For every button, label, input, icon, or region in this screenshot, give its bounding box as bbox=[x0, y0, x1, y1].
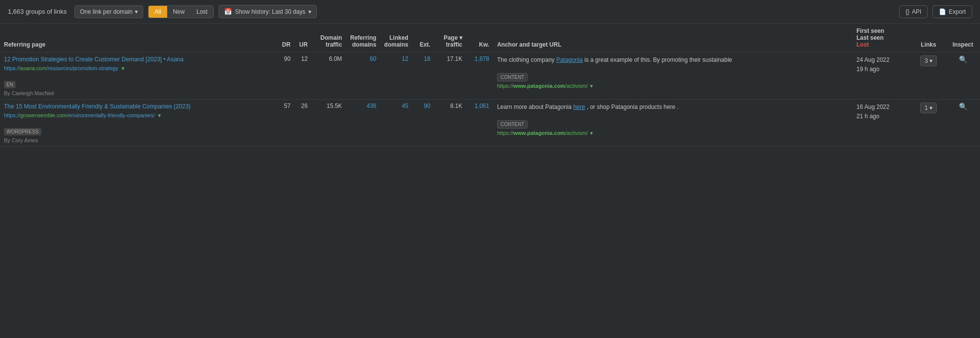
calendar-icon: 📅 bbox=[224, 8, 232, 15]
page-badge-0: EN bbox=[4, 81, 16, 88]
ext-0: 18 bbox=[412, 52, 434, 100]
toolbar: 1,663 groups of links One link per domai… bbox=[0, 0, 980, 24]
target-url-0: https://www.patagonia.com/activism/ ▼ bbox=[497, 83, 849, 89]
col-header-linked-domains: Linkeddomains bbox=[380, 24, 412, 52]
content-badge-1: CONTENT bbox=[497, 120, 528, 129]
col-header-lost: Lost bbox=[856, 41, 869, 48]
filter-lost-button[interactable]: Lost bbox=[191, 6, 214, 18]
page-traffic-0: 17.1K bbox=[434, 52, 466, 100]
referring-page-cell-1: The 15 Most Environmentally Friendly & S… bbox=[0, 100, 275, 147]
table-row: The 15 Most Environmentally Friendly & S… bbox=[0, 100, 980, 147]
page-badge-1: WORDPRESS bbox=[4, 128, 41, 135]
domain-filter-dropdown[interactable]: One link per domain ▾ bbox=[75, 5, 143, 18]
table-header-row: Referring page DR UR Domaintraffic Refer… bbox=[0, 24, 980, 52]
kw-1: 1,061 bbox=[466, 100, 493, 147]
last-seen-date-1: 21 h ago bbox=[856, 113, 879, 120]
referring-domains-1: 436 bbox=[346, 100, 380, 147]
api-label: API bbox=[912, 8, 921, 15]
page-title-link-0[interactable]: 12 Promotion Strategies to Create Custom… bbox=[4, 55, 271, 64]
links-cell-1: 1 ▾ bbox=[911, 100, 946, 147]
filter-all-button[interactable]: All bbox=[149, 6, 167, 18]
domain-traffic-1: 15.5K bbox=[312, 100, 346, 147]
col-header-ur: UR bbox=[295, 24, 312, 52]
col-header-domain-traffic: Domaintraffic bbox=[312, 24, 346, 52]
links-dropdown-0[interactable]: 3 ▾ bbox=[920, 55, 937, 66]
ur-0: 12 bbox=[295, 52, 312, 100]
page-author-1: By Cory Ames bbox=[4, 137, 271, 143]
col-header-inspect: Inspect bbox=[946, 24, 980, 52]
domain-filter-chevron: ▾ bbox=[135, 8, 138, 15]
last-seen-date-0: 19 h ago bbox=[856, 66, 879, 73]
anchor-cell-0: The clothing company Patagonia is a grea… bbox=[493, 52, 853, 100]
first-seen-cell-1: 16 Aug 202221 h ago bbox=[853, 100, 911, 147]
anchor-text-0: The clothing company Patagonia is a grea… bbox=[497, 55, 849, 64]
domain-filter-label: One link per domain bbox=[80, 8, 132, 15]
linked-domains-0: 12 bbox=[380, 52, 412, 100]
table-row: 12 Promotion Strategies to Create Custom… bbox=[0, 52, 980, 100]
inspect-search-icon-1[interactable]: 🔍 bbox=[959, 103, 967, 110]
links-dropdown-1[interactable]: 1 ▾ bbox=[920, 103, 937, 113]
col-header-dr: DR bbox=[275, 24, 295, 52]
kw-0: 1,878 bbox=[466, 52, 493, 100]
export-label: Export bbox=[949, 8, 966, 15]
page-traffic-1: 8.1K bbox=[434, 100, 466, 147]
col-header-ext: Ext. bbox=[412, 24, 434, 52]
col-header-referring-page: Referring page bbox=[0, 24, 275, 52]
api-button[interactable]: {} API bbox=[899, 5, 928, 18]
history-dropdown[interactable]: 📅 Show history: Last 30 days ▾ bbox=[219, 5, 316, 18]
export-icon: 📄 bbox=[939, 8, 946, 15]
page-author-0: By Caeleigh MacNeil bbox=[4, 90, 271, 96]
ur-1: 26 bbox=[295, 100, 312, 147]
dr-1: 57 bbox=[275, 100, 295, 147]
anchor-link-1[interactable]: here bbox=[573, 104, 585, 110]
page-title-link-1[interactable]: The 15 Most Environmentally Friendly & S… bbox=[4, 103, 271, 111]
history-chevron: ▾ bbox=[308, 8, 311, 15]
col-header-links: Links bbox=[911, 24, 946, 52]
groups-count: 1,663 groups of links bbox=[8, 8, 67, 15]
inspect-search-icon-0[interactable]: 🔍 bbox=[959, 55, 967, 63]
domain-traffic-0: 6.0M bbox=[312, 52, 346, 100]
api-icon: {} bbox=[905, 8, 909, 15]
anchor-cell-1: Learn more about Patagonia here , or sho… bbox=[493, 100, 853, 147]
referring-domains-0: 60 bbox=[346, 52, 380, 100]
links-cell-0: 3 ▾ bbox=[911, 52, 946, 100]
first-seen-date-1: 16 Aug 2022 bbox=[856, 104, 889, 110]
backlinks-table: Referring page DR UR Domaintraffic Refer… bbox=[0, 24, 980, 147]
col-header-page-traffic[interactable]: Page ▾traffic bbox=[434, 24, 466, 52]
inspect-cell-0: 🔍 bbox=[946, 52, 980, 100]
page-url-1: https://growensemble.com/environmentally… bbox=[4, 112, 271, 119]
ext-1: 90 bbox=[412, 100, 434, 147]
col-header-kw: Kw. bbox=[466, 24, 493, 52]
anchor-text-1: Learn more about Patagonia here , or sho… bbox=[497, 103, 849, 111]
export-button[interactable]: 📄 Export bbox=[932, 5, 972, 18]
linked-domains-1: 45 bbox=[380, 100, 412, 147]
history-label: Show history: Last 30 days bbox=[235, 8, 305, 15]
first-seen-cell-0: 24 Aug 202219 h ago bbox=[853, 52, 911, 100]
filter-group: All New Lost bbox=[148, 5, 214, 18]
inspect-cell-1: 🔍 bbox=[946, 100, 980, 147]
filter-new-button[interactable]: New bbox=[167, 6, 191, 18]
col-header-first-seen: First seenLast seenLost bbox=[853, 24, 911, 52]
col-header-referring-domains: Referringdomains bbox=[346, 24, 380, 52]
target-url-1: https://www.patagonia.com/activism/ ▼ bbox=[497, 130, 849, 136]
referring-page-cell-0: 12 Promotion Strategies to Create Custom… bbox=[0, 52, 275, 100]
dr-0: 90 bbox=[275, 52, 295, 100]
sort-arrow: ▾ bbox=[459, 34, 462, 41]
page-url-0: https://asana.com/resources/promotion-st… bbox=[4, 65, 271, 72]
first-seen-date-0: 24 Aug 2022 bbox=[856, 56, 889, 63]
anchor-link-0[interactable]: Patagonia bbox=[556, 56, 583, 63]
col-header-anchor-target: Anchor and target URL bbox=[493, 24, 853, 52]
content-badge-0: CONTENT bbox=[497, 73, 528, 81]
